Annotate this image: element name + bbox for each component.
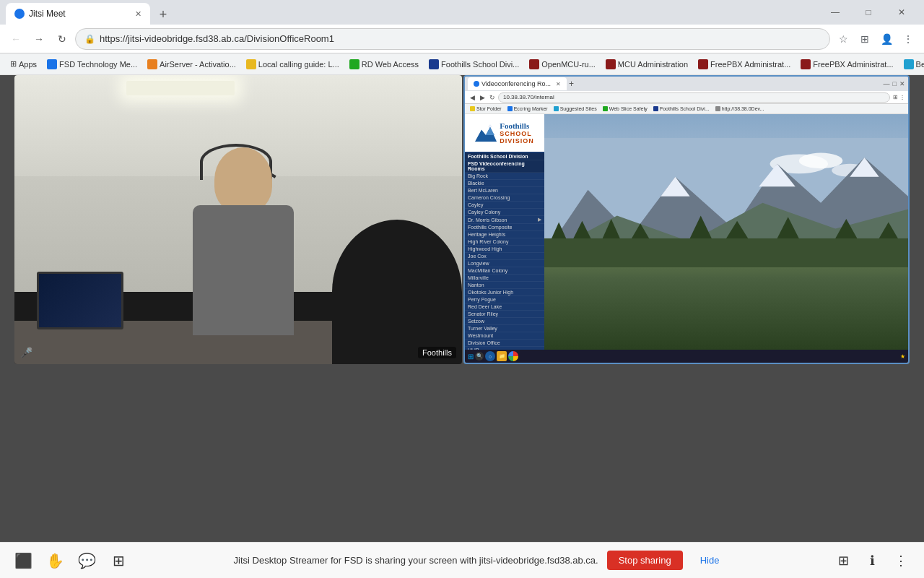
chat-icon[interactable]: 💬 <box>75 549 98 572</box>
window-controls: — □ ✕ <box>819 0 918 25</box>
shared-bm-label: Eccring Marker <box>514 106 548 111</box>
close-button[interactable]: ✕ <box>885 0 918 25</box>
main-content: 🎤 Foothills Videoconferencing Ro... ✕ + <box>0 75 924 542</box>
list-item[interactable]: Heritage Heights <box>465 231 544 238</box>
shared-bm-item: Suggested Sites <box>552 106 599 111</box>
bottom-left-controls: ⬛ ✋ 💬 ⊞ <box>12 549 130 572</box>
logo-school-text: SCHOOL <box>500 130 534 137</box>
bookmark-item[interactable]: RD Web Access <box>345 58 423 71</box>
apps-button[interactable]: ⊞ Apps <box>6 58 41 70</box>
foothills-logo-text: Foothills SCHOOL DIVISION <box>500 121 534 144</box>
apps-grid-icon: ⊞ <box>10 59 17 69</box>
bookmark-item[interactable]: FreePBX Administrat... <box>694 58 795 71</box>
screen-share-icon[interactable]: ⬛ <box>12 549 35 572</box>
list-item[interactable]: Bert McLaren <box>465 187 544 194</box>
shared-taskbar: ⊞ 🔍 ○ 📁 ★ <box>465 350 908 363</box>
apps-label: Apps <box>19 60 37 69</box>
raise-hand-icon[interactable]: ✋ <box>43 549 66 572</box>
shared-bm-item: Foothills School Divi... <box>651 106 712 111</box>
svg-marker-2 <box>488 124 492 127</box>
sharing-text: Jitsi Desktop Streamer for FSD is sharin… <box>234 555 598 566</box>
grid-view-icon[interactable]: ⊞ <box>832 549 855 572</box>
shared-tab-close: ✕ <box>556 81 561 87</box>
bookmark-item[interactable]: Best Google Cardbo... <box>899 58 924 71</box>
list-item[interactable]: Cameron Crossing <box>465 194 544 202</box>
list-item[interactable]: Westmount <box>465 332 544 340</box>
active-tab[interactable]: Jitsi Meet ✕ <box>6 3 150 25</box>
bookmark-icon <box>529 59 539 69</box>
list-item[interactable]: Big Rock <box>465 173 544 180</box>
new-tab-button[interactable]: + <box>153 4 173 25</box>
hide-button[interactable]: Hide <box>692 551 728 570</box>
shared-back: ◀ <box>468 93 476 102</box>
bookmark-item[interactable]: AirServer - Activatio... <box>143 58 240 71</box>
bookmark-star-icon[interactable]: ☆ <box>833 29 853 49</box>
reload-button[interactable]: ↻ <box>52 29 72 49</box>
menu-icon[interactable]: ⋮ <box>898 29 918 49</box>
foothills-page-content: Foothills SCHOOL DIVISION Foothills Scho… <box>465 114 908 350</box>
foothills-main-area <box>544 114 908 350</box>
shared-minimize: — <box>884 80 890 87</box>
shared-bm-label: Web Slice Safety <box>609 106 648 111</box>
shared-maximize: □ <box>893 80 897 87</box>
school-list-header-vc[interactable]: FSD Videoconferencing Rooms <box>465 160 544 173</box>
stop-sharing-button[interactable]: Stop sharing <box>607 551 683 570</box>
list-item[interactable]: Turner Valley <box>465 325 544 332</box>
bookmark-icon <box>349 59 359 69</box>
bookmark-item[interactable]: FSD Technology Me... <box>43 58 141 71</box>
shared-active-tab: Videoconferencing Ro... ✕ <box>468 77 567 90</box>
list-item[interactable]: Nanton <box>465 282 544 289</box>
list-item[interactable]: Millarville <box>465 275 544 282</box>
shared-toolbar: ◀ ▶ ↻ 10.38.38.70/internal ⊞ ⋮ <box>465 91 908 104</box>
local-video-panel: 🎤 Foothills <box>14 75 462 364</box>
bookmark-icon <box>47 59 57 69</box>
list-item[interactable]: Okotoks Junior High <box>465 289 544 296</box>
bookmark-label: Local calling guide: L... <box>258 60 339 69</box>
address-bar[interactable]: 🔒 https://jitsi-videobridge.fsd38.ab.ca/… <box>75 28 830 50</box>
list-item[interactable]: Foothills Composite <box>465 224 544 231</box>
list-item[interactable]: Blackie <box>465 180 544 187</box>
folder-icon: 📁 <box>499 353 505 359</box>
school-list-header-main[interactable]: Foothills School Division <box>465 153 544 160</box>
bookmark-item[interactable]: Local calling guide: L... <box>242 58 344 71</box>
list-item[interactable]: Longview <box>465 260 544 267</box>
bookmarks-bar: ⊞ Apps FSD Technology Me... AirServer - … <box>0 53 924 75</box>
bookmark-item[interactable]: FreePBX Administrat... <box>796 58 897 71</box>
list-item[interactable]: High River Colony <box>465 238 544 246</box>
participants-grid-icon[interactable]: ⊞ <box>107 549 130 572</box>
list-item[interactable]: Cayley Colony <box>465 209 544 216</box>
windows-icon: ⊞ <box>468 353 474 361</box>
bookmark-label: RD Web Access <box>362 60 419 69</box>
tab-close-button[interactable]: ✕ <box>135 9 141 19</box>
maximize-button[interactable]: □ <box>852 0 885 25</box>
list-item[interactable]: Highwood High <box>465 246 544 253</box>
profile-icon[interactable]: 👤 <box>876 29 897 49</box>
extensions-icon[interactable]: ⊞ <box>855 29 875 49</box>
list-item[interactable]: Red Deer Lake <box>465 303 544 311</box>
foothills-logo: Foothills SCHOOL DIVISION <box>472 118 537 147</box>
forward-button[interactable]: → <box>29 29 49 49</box>
list-item[interactable]: Senator Riley <box>465 311 544 318</box>
bookmark-label: OpenMCU-ru... <box>541 60 596 69</box>
info-icon[interactable]: ℹ <box>860 549 884 572</box>
shared-bm-item: Web Slice Safety <box>601 106 650 111</box>
shared-bm-item: http://38.38.0Dev... <box>713 106 767 111</box>
list-item[interactable]: MacMillan Colony <box>465 267 544 275</box>
list-item[interactable]: Setzow <box>465 318 544 325</box>
overflow-menu-icon[interactable]: ⋮ <box>889 549 912 572</box>
bookmark-item[interactable]: MCU Administration <box>601 58 692 71</box>
shared-bm-label: http://38.38.0Dev... <box>722 106 764 111</box>
minimize-button[interactable]: — <box>819 0 852 25</box>
bookmark-icon <box>246 59 256 69</box>
shared-url: 10.38.38.70/internal <box>503 94 554 100</box>
bookmark-item[interactable]: Foothills School Divi... <box>424 58 523 71</box>
list-item[interactable]: Dr. Morris Gibson ▶ <box>465 216 544 224</box>
back-button[interactable]: ← <box>6 29 26 49</box>
list-item[interactable]: Joe Cox <box>465 253 544 260</box>
school-list: Foothills School Division FSD Videoconfe… <box>465 152 544 350</box>
bookmark-item[interactable]: OpenMCU-ru... <box>525 58 600 71</box>
list-item[interactable]: Division Office <box>465 340 544 347</box>
list-item[interactable]: Perry Pogue <box>465 296 544 303</box>
list-item[interactable]: Cayley <box>465 202 544 209</box>
url-text: https://jitsi-videobridge.fsd38.ab.ca/Di… <box>100 33 334 44</box>
